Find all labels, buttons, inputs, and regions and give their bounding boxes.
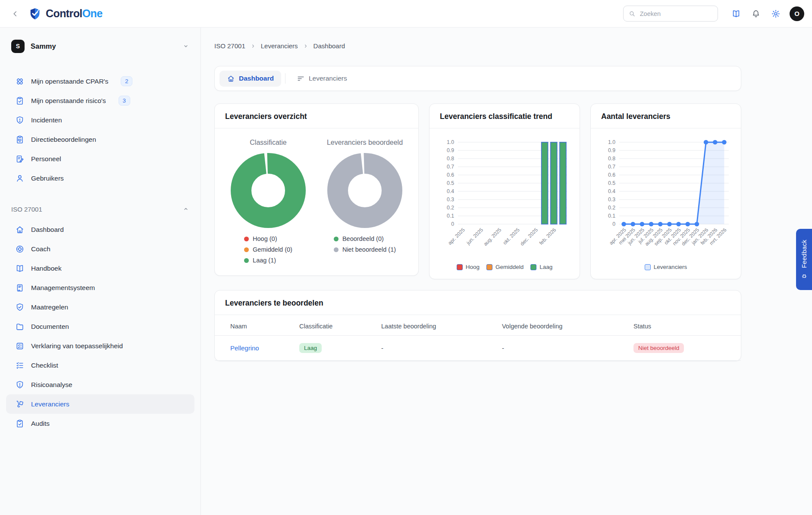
- sidebar-item-label: Coach: [31, 245, 50, 253]
- sidebar-item-managementsysteem[interactable]: Managementsysteem: [0, 278, 201, 297]
- svg-text:1.0: 1.0: [447, 139, 454, 145]
- tab-dashboard[interactable]: Dashboard: [219, 71, 281, 87]
- chevron-right-icon: [302, 43, 309, 50]
- search-icon: [629, 10, 636, 18]
- search-box[interactable]: [623, 6, 718, 22]
- sidebar-section-iso27001[interactable]: ISO 27001: [0, 202, 201, 216]
- sidebar-item-incidenten[interactable]: Incidenten: [0, 110, 201, 130]
- tab-label: Leveranciers: [309, 75, 347, 82]
- lifebuoy-icon: [15, 244, 25, 254]
- folder-icon: [15, 322, 25, 331]
- journal-icon: [15, 283, 25, 293]
- breadcrumb-item-iso-27001[interactable]: ISO 27001: [214, 42, 245, 50]
- document-edit-icon: [15, 154, 25, 164]
- svg-text:0.6: 0.6: [447, 172, 454, 178]
- notifications-button[interactable]: [748, 6, 764, 22]
- bar-chart-legend: HoogGemiddeldLaag: [440, 264, 569, 270]
- donut-legend: Beoordeeld (0)Niet beoordeeld (1): [334, 235, 396, 253]
- svg-text:0.9: 0.9: [608, 147, 615, 153]
- legend-label: Leveranciers: [654, 264, 687, 270]
- sidebar-item-leveranciers[interactable]: Leveranciers: [6, 394, 194, 414]
- sidebar-item-directiebeoordelingen[interactable]: Directiebeoordelingen: [0, 130, 201, 149]
- sidebar-item-label: Handboek: [31, 265, 62, 272]
- column-header-laatste-beoordeling: Laatste beoordeling: [381, 315, 502, 336]
- legend-item: Gemiddeld (0): [244, 246, 292, 253]
- svg-text:apr. 2025: apr. 2025: [447, 227, 466, 246]
- sidebar-item-label: Checklist: [31, 362, 58, 369]
- user-avatar[interactable]: O: [790, 6, 804, 21]
- sidebar: S Sammy Mijn openstaande CPAR's2Mijn ope…: [0, 28, 201, 515]
- sidebar-item-documenten[interactable]: Documenten: [0, 317, 201, 336]
- back-button[interactable]: [9, 7, 22, 20]
- card-title: Leveranciers te beoordelen: [215, 290, 741, 315]
- sidebar-item-mijn-openstaande-cpar-s[interactable]: Mijn openstaande CPAR's2: [0, 72, 201, 91]
- clipboard-check-icon: [15, 96, 25, 106]
- settings-button[interactable]: [768, 6, 784, 22]
- svg-text:0.4: 0.4: [608, 188, 615, 194]
- app-logo[interactable]: ControlOne: [28, 7, 103, 20]
- legend-swatch: [457, 264, 463, 270]
- shield-check-icon: [15, 303, 25, 312]
- tab-leveranciers[interactable]: Leveranciers: [289, 71, 354, 87]
- chevron-up-icon: [182, 205, 190, 213]
- sidebar-item-verklaring-van-toepasselijkheid[interactable]: Verklaring van toepasselijkheid: [0, 336, 201, 356]
- workspace-avatar: S: [11, 40, 25, 53]
- sidebar-item-coach[interactable]: Coach: [0, 239, 201, 259]
- legend-dot: [244, 258, 249, 263]
- brand-name: ControlOne: [46, 7, 103, 20]
- legend-item: Gemiddeld: [486, 264, 524, 270]
- card-title: Aantal leveranciers: [591, 104, 741, 128]
- breadcrumb-item-leveranciers[interactable]: Leveranciers: [261, 42, 298, 50]
- chevron-left-icon: [10, 9, 20, 19]
- column-header-status: Status: [633, 315, 741, 336]
- table-header-row: NaamClassificatieLaatste beoordelingVolg…: [215, 315, 741, 336]
- classification-trend-bar-chart: 00.10.20.30.40.50.60.70.80.91.0apr. 2025…: [440, 135, 570, 262]
- suppliers-table: NaamClassificatieLaatste beoordelingVolg…: [215, 315, 741, 361]
- handbook-button[interactable]: [728, 6, 744, 22]
- table-cell: -: [502, 336, 633, 361]
- list-icon: [297, 75, 305, 83]
- chevron-right-icon: [250, 43, 257, 50]
- sidebar-item-personeel[interactable]: Personeel: [0, 149, 201, 169]
- list-check-icon: [15, 361, 25, 370]
- table-row: PellegrinoLaag--Niet beoordeeld: [215, 336, 741, 361]
- sidebar-item-risicoanalyse[interactable]: Risicoanalyse: [0, 375, 201, 394]
- legend-label: Gemiddeld (0): [253, 246, 292, 253]
- sidebar-nav-top: Mijn openstaande CPAR's2Mijn openstaande…: [0, 72, 201, 188]
- breadcrumb-item-dashboard[interactable]: Dashboard: [314, 42, 345, 50]
- feedback-button[interactable]: Feedback: [796, 229, 812, 290]
- legend-label: Laag: [539, 264, 552, 270]
- legend-dot: [334, 237, 339, 241]
- sidebar-item-checklist[interactable]: Checklist: [0, 356, 201, 375]
- supplier-count-line-chart: 00.10.20.30.40.50.60.70.80.91.0apr. 2025…: [601, 135, 731, 262]
- legend-dot: [244, 247, 249, 252]
- sidebar-item-gebruikers[interactable]: Gebruikers: [0, 169, 201, 188]
- status-badge: Niet beoordeeld: [633, 343, 684, 353]
- sidebar-item-label: Documenten: [31, 323, 69, 331]
- sidebar-item-audits[interactable]: Audits: [0, 414, 201, 433]
- svg-text:0.4: 0.4: [447, 188, 454, 194]
- legend-dot: [244, 237, 249, 241]
- search-input[interactable]: [639, 10, 712, 18]
- sidebar-item-maatregelen[interactable]: Maatregelen: [0, 297, 201, 317]
- donut-chart-leveranciers-beoordeeld: Leveranciers beoordeeldBeoordeeld (0)Nie…: [322, 139, 408, 264]
- legend-dot: [334, 247, 339, 252]
- sidebar-item-dashboard[interactable]: Dashboard: [0, 220, 201, 239]
- supplier-link[interactable]: Pellegrino: [230, 344, 259, 352]
- sidebar-item-label: Directiebeoordelingen: [31, 136, 96, 144]
- svg-text:0.9: 0.9: [447, 147, 454, 153]
- workspace-switcher[interactable]: S Sammy: [0, 37, 201, 55]
- feedback-label: Feedback: [801, 240, 808, 268]
- legend-swatch: [486, 264, 492, 270]
- sidebar-item-mijn-openstaande-risico-s[interactable]: Mijn openstaande risico's3: [0, 91, 201, 110]
- bandage-icon: [15, 77, 25, 86]
- line-chart-legend: Leveranciers: [601, 264, 730, 270]
- shield-logo-icon: [28, 7, 41, 20]
- checklist-box-icon: [15, 341, 25, 351]
- shield-alert-icon: [15, 380, 25, 390]
- card-suppliers-overview: Leveranciers overzicht ClassificatieHoog…: [214, 103, 419, 276]
- sidebar-item-label: Leveranciers: [31, 400, 69, 408]
- svg-text:jun. 2025: jun. 2025: [465, 227, 484, 246]
- sidebar-item-handboek[interactable]: Handboek: [0, 259, 201, 278]
- gear-icon: [771, 9, 781, 19]
